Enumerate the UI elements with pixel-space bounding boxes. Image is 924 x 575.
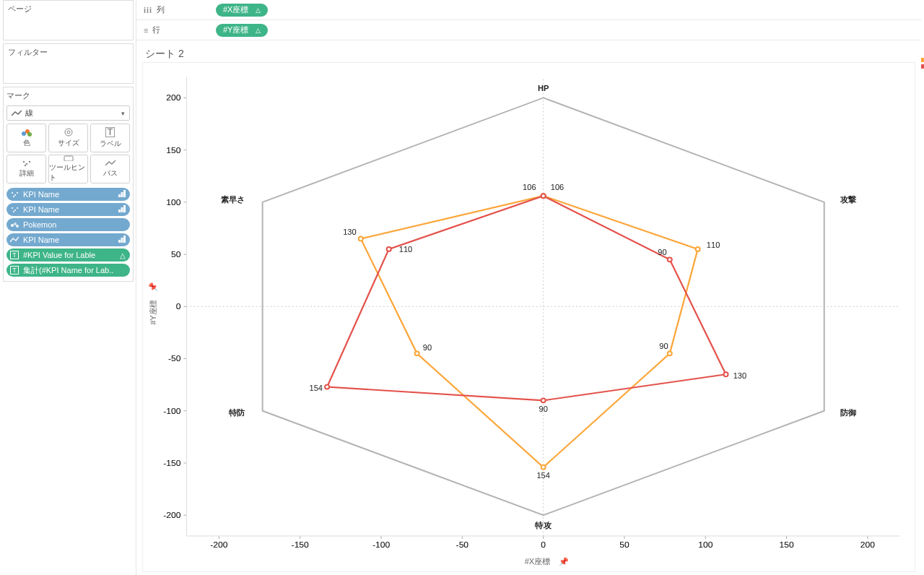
svg-rect-29 [123, 235, 126, 243]
columns-shelf[interactable]: iii 列 #X座標 △ [136, 0, 921, 20]
pill-label: KPI Name [23, 205, 115, 214]
mark-color-button[interactable]: 色 [6, 124, 46, 152]
svg-point-89 [541, 398, 546, 402]
svg-point-82 [668, 351, 672, 355]
marks-card: マーク 線 ▾ 色 サイズ T ラベル [3, 87, 134, 282]
svg-text:150: 150 [780, 540, 795, 550]
svg-point-86 [541, 194, 546, 198]
mark-btn-label: 色 [23, 138, 30, 148]
legend-color-2 [921, 64, 924, 69]
columns-icon: iii [144, 6, 152, 14]
color-icon [9, 221, 19, 228]
mark-size-button[interactable]: サイズ [48, 124, 88, 152]
svg-point-18 [14, 209, 16, 211]
text-icon: T [9, 266, 19, 274]
svg-point-10 [12, 192, 13, 194]
pill-right-icon [118, 190, 126, 199]
rows-label: 行 [152, 25, 160, 35]
svg-text:📌: 📌 [559, 556, 569, 566]
pill-label: KPI Name [23, 235, 115, 244]
marks-title: マーク [6, 90, 130, 101]
svg-text:50: 50 [619, 540, 629, 550]
path-icon [105, 160, 116, 167]
columns-pill[interactable]: #X座標 △ [216, 4, 268, 17]
svg-text:-200: -200 [163, 510, 181, 520]
mark-tooltip-button[interactable]: ツールヒント [48, 155, 88, 183]
svg-text:50: 50 [171, 249, 181, 259]
svg-text:200: 200 [860, 540, 876, 550]
mark-pill[interactable]: KPI Name [6, 233, 130, 246]
color-icon [21, 128, 32, 137]
svg-point-83 [541, 465, 546, 470]
svg-text:0: 0 [176, 301, 181, 311]
svg-point-7 [28, 161, 30, 163]
legend-strip [921, 0, 924, 575]
svg-text:攻撃: 攻撃 [840, 195, 856, 204]
mark-pill[interactable]: T集計(#KPI Name for Lab.. [6, 264, 130, 277]
svg-point-24 [11, 224, 14, 227]
text-icon: T [105, 127, 116, 137]
line-icon [12, 110, 22, 117]
svg-text:-100: -100 [372, 540, 391, 550]
pill-label: Pokemon [23, 220, 122, 229]
svg-point-19 [17, 207, 18, 209]
detail-icon [9, 191, 19, 198]
rows-shelf[interactable]: ≡ 行 #Y座標 △ [136, 20, 921, 40]
svg-text:90: 90 [658, 248, 666, 257]
pages-card: ページ [3, 0, 134, 40]
svg-text:100: 100 [698, 540, 713, 550]
sheet-title: シート 2 [142, 45, 915, 61]
svg-point-90 [325, 385, 329, 389]
filters-card: フィルター [3, 43, 134, 84]
svg-point-13 [13, 196, 14, 197]
svg-rect-21 [118, 209, 121, 212]
svg-point-87 [668, 257, 672, 261]
svg-rect-15 [121, 192, 123, 197]
mark-label-button[interactable]: T ラベル [90, 124, 130, 152]
svg-text:106: 106 [523, 183, 536, 192]
filters-title: フィルター [8, 47, 128, 58]
svg-text:106: 106 [551, 183, 564, 192]
detail-icon [22, 160, 32, 167]
detail-icon [9, 206, 19, 213]
tooltip-icon [64, 155, 74, 161]
svg-rect-28 [121, 238, 123, 243]
mark-btn-label: サイズ [58, 138, 79, 148]
svg-point-88 [724, 372, 728, 376]
svg-text:-150: -150 [292, 540, 310, 550]
svg-point-26 [16, 225, 19, 228]
svg-rect-23 [123, 205, 126, 212]
svg-point-6 [25, 163, 27, 165]
mark-pill[interactable]: KPI Name [6, 188, 130, 201]
svg-point-12 [17, 192, 18, 194]
mark-path-button[interactable]: パス [90, 155, 130, 183]
mark-detail-button[interactable]: 詳細 [6, 155, 46, 183]
mark-pill[interactable]: KPI Name [6, 203, 130, 216]
svg-point-91 [387, 247, 391, 251]
svg-text:90: 90 [539, 405, 548, 413]
pages-title: ページ [8, 4, 128, 14]
svg-rect-9 [64, 156, 73, 161]
svg-text:0: 0 [541, 540, 546, 550]
pill-right-icon: △ [120, 251, 126, 259]
svg-text:防御: 防御 [840, 408, 856, 417]
legend-color-1 [921, 58, 924, 62]
svg-text:90: 90 [423, 344, 432, 353]
pill-label: #Y座標 [223, 25, 248, 35]
svg-text:100: 100 [166, 197, 181, 207]
svg-text:-200: -200 [210, 540, 228, 550]
svg-point-81 [696, 247, 700, 251]
mark-pill[interactable]: T#KPI Value for Lable△ [6, 248, 130, 261]
delta-icon: △ [256, 27, 261, 34]
mark-btn-label: ツールヒント [49, 163, 87, 183]
mark-pill[interactable]: Pokemon [6, 218, 130, 231]
svg-text:-150: -150 [163, 458, 181, 468]
svg-text:-50: -50 [456, 540, 469, 550]
chart-area[interactable]: -200-150-100-50050100150200-200-150-100-… [142, 62, 915, 572]
rows-pill[interactable]: #Y座標 △ [216, 24, 268, 37]
svg-text:130: 130 [343, 228, 356, 236]
svg-point-25 [14, 222, 17, 225]
delta-icon: △ [256, 7, 261, 14]
svg-point-84 [415, 351, 419, 355]
mark-type-select[interactable]: 線 ▾ [6, 105, 130, 121]
